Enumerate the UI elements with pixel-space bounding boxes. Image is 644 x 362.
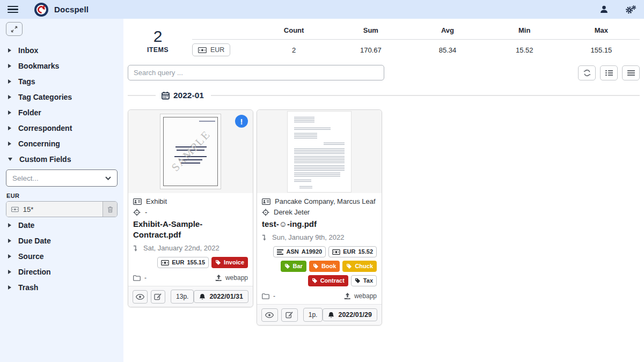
folder-icon — [133, 275, 141, 281]
due-date-badge: 2022/01/29 — [323, 308, 377, 321]
tag-icon — [346, 263, 352, 269]
document-preview[interactable] — [257, 110, 382, 193]
sidebar: Inbox Bookmarks Tags Tag Categories Fold… — [0, 19, 123, 362]
bars-icon — [627, 70, 635, 76]
clear-field-button[interactable] — [103, 202, 117, 217]
chevron-right-icon — [8, 285, 11, 290]
user-icon[interactable] — [599, 5, 609, 14]
chevron-right-icon — [8, 254, 11, 258]
eye-icon — [265, 312, 274, 318]
col-min: Min — [486, 26, 563, 34]
menu-icon[interactable] — [8, 6, 18, 13]
custom-field-select[interactable]: Select... — [6, 169, 118, 187]
sidebar-collapse-button[interactable] — [6, 22, 23, 36]
money-icon — [198, 47, 207, 53]
sidebar-item-concerning[interactable]: Concerning — [6, 136, 118, 151]
list-lines-icon — [277, 249, 283, 255]
tag-icon — [284, 263, 290, 269]
stats-summary: 2 ITEMS Count Sum Avg Min Max EUR — [128, 26, 640, 56]
item-date-line: Sun, January 9th, 2022 — [262, 233, 377, 241]
chevron-right-icon — [8, 48, 11, 53]
tag-badge: Chuck — [342, 261, 377, 272]
expand-icon — [11, 26, 18, 33]
upload-icon — [215, 275, 222, 282]
correspondent-line: Pancake Company, Marcus Leaf — [262, 197, 377, 205]
amount-badge: EUR 15.52 — [328, 246, 377, 257]
month-header: 2022-01 — [173, 91, 204, 100]
source-line: webapp — [215, 274, 248, 282]
tag-badge: Contract — [308, 275, 348, 286]
folder-source-row: - webapp — [257, 290, 382, 304]
sidebar-item-due-date[interactable]: Due Date — [6, 233, 118, 248]
tag-icon — [215, 260, 221, 265]
stats-row: EUR 2 170.67 85.34 15.52 155.15 — [192, 40, 640, 56]
document-preview[interactable]: SAMPLE ! — [128, 110, 253, 193]
tag-icon — [355, 278, 361, 284]
eye-icon — [136, 294, 144, 300]
sidebar-item-date[interactable]: Date — [6, 217, 118, 233]
trash-icon — [107, 206, 113, 213]
crosshair-icon — [262, 209, 269, 216]
tag-icon — [313, 263, 319, 269]
badge-row: ASN A19920 EUR 15.52 Bar — [262, 246, 377, 286]
bell-icon — [328, 312, 334, 319]
col-avg: Avg — [409, 26, 486, 34]
tag-badge: Book — [309, 261, 340, 272]
address-card-icon — [262, 198, 270, 205]
item-title[interactable]: test-☺-ing.pdf — [262, 219, 377, 230]
edit-button[interactable] — [151, 290, 166, 304]
notification-icon[interactable]: ! — [235, 115, 248, 128]
sidebar-item-source[interactable]: Source — [6, 248, 118, 264]
preview-button[interactable] — [133, 290, 148, 304]
chevron-right-icon — [8, 79, 11, 84]
sidebar-item-correspondent[interactable]: Correspondent — [6, 120, 118, 136]
custom-field-input-group — [6, 201, 118, 217]
folder-icon — [262, 293, 269, 299]
chevron-right-icon — [8, 223, 11, 227]
refresh-icon — [583, 69, 591, 77]
calendar-icon — [162, 91, 170, 100]
source-line: webapp — [344, 292, 377, 300]
amount-badge: EUR 155.15 — [157, 257, 209, 268]
edit-icon — [154, 293, 162, 300]
currency-group-button[interactable]: EUR — [192, 43, 230, 56]
sidebar-item-tags[interactable]: Tags — [6, 73, 118, 89]
settings-cogs-icon[interactable] — [625, 5, 636, 14]
sidebar-item-folder[interactable]: Folder — [6, 105, 118, 120]
top-bar: Docspell — [0, 0, 644, 19]
list-view-icon — [605, 70, 613, 76]
detail-list-view-button[interactable] — [600, 65, 618, 80]
card-footer: 1p. 2022/01/29 — [257, 304, 382, 325]
main-content: 2 ITEMS Count Sum Avg Min Max EUR — [123, 19, 644, 362]
docspell-logo[interactable] — [34, 3, 48, 17]
val-min: 15.52 — [486, 46, 563, 54]
custom-field-value-input[interactable] — [23, 205, 98, 213]
items-label: ITEMS — [128, 46, 188, 54]
item-title[interactable]: Exhibit-A-Sample-Contract.pdf — [133, 219, 248, 240]
chevron-right-icon — [8, 126, 11, 130]
sidebar-item-inbox[interactable]: Inbox — [6, 42, 118, 58]
sidebar-item-tag-categories[interactable]: Tag Categories — [6, 89, 118, 105]
preview-button[interactable] — [261, 308, 278, 322]
compact-view-button[interactable] — [622, 65, 640, 80]
chevron-down-icon — [105, 176, 111, 180]
stats-table: Count Sum Avg Min Max EUR 2 170.67 — [192, 26, 640, 56]
chevron-right-icon — [8, 64, 11, 68]
upload-icon — [344, 293, 351, 300]
val-count: 2 — [255, 46, 332, 54]
custom-field-label: EUR — [6, 193, 118, 199]
sidebar-item-custom-fields[interactable]: Custom Fields — [6, 151, 118, 167]
refresh-button[interactable] — [578, 65, 596, 80]
sidebar-item-direction[interactable]: Direction — [6, 264, 118, 279]
card-footer: 13p. 2022/01/31 — [128, 286, 253, 307]
edit-button[interactable] — [281, 308, 298, 322]
search-input[interactable] — [128, 65, 384, 80]
chevron-right-icon — [8, 239, 11, 243]
asn-badge: ASN A19920 — [273, 246, 326, 257]
sidebar-item-trash[interactable]: Trash — [6, 279, 118, 295]
address-card-icon — [133, 198, 142, 205]
folder-value: - — [144, 274, 147, 282]
item-date-line: Sat, January 22nd, 2022 — [133, 244, 248, 252]
custom-fields-panel: Select... EUR Date Due Date Source Dire — [6, 167, 118, 300]
sidebar-item-bookmarks[interactable]: Bookmarks — [6, 58, 118, 73]
